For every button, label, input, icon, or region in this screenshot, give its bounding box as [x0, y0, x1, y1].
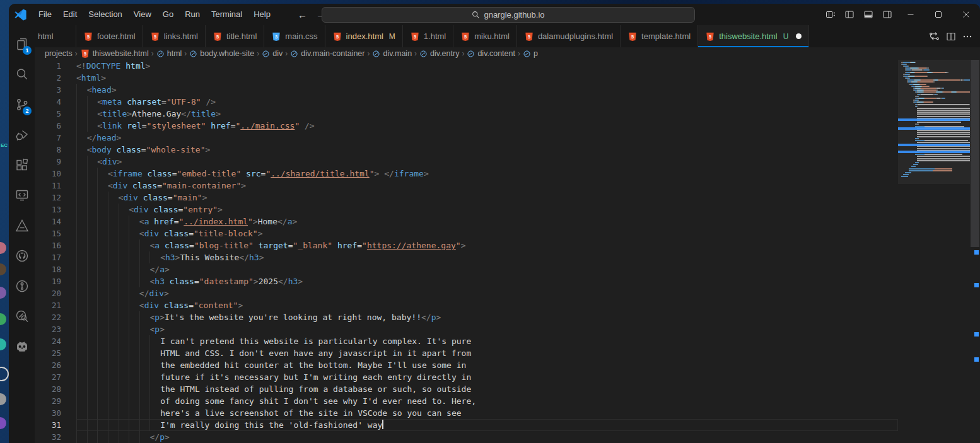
code-editor[interactable]: 1<!DOCTYPE html>2<html>3<head>4<meta cha…	[35, 60, 898, 443]
line-number[interactable]: 3	[35, 84, 61, 96]
activity-remote-explorer[interactable]	[9, 180, 35, 210]
line-number[interactable]: 19	[35, 275, 61, 287]
menu-view[interactable]: View	[128, 4, 157, 25]
breadcrumb-item-div.entry[interactable]: div.entry	[419, 49, 459, 58]
activity-gitlens-inspect[interactable]	[9, 301, 35, 331]
breadcrumb-item-div.main[interactable]: div.main	[372, 49, 412, 58]
go-back-icon[interactable]: ←	[298, 9, 307, 20]
line-number[interactable]: 11	[35, 180, 61, 192]
breadcrumb-label: div.content	[477, 49, 515, 58]
symbol-icon	[290, 50, 298, 58]
line-number[interactable]: 26	[35, 359, 61, 371]
line-number[interactable]: 17	[35, 251, 61, 263]
activity-a-logo[interactable]	[9, 210, 35, 241]
line-number[interactable]: 2	[35, 72, 61, 84]
line-number[interactable]: 18	[35, 263, 61, 275]
command-center-search[interactable]: gnargle.github.io	[322, 7, 695, 23]
gutter	[61, 395, 76, 407]
vertical-scrollbar[interactable]	[970, 60, 980, 443]
activity-gitlens[interactable]	[9, 271, 35, 301]
activity-explorer[interactable]: 1	[9, 29, 35, 59]
menu-edit[interactable]: Edit	[57, 4, 83, 25]
line-number[interactable]: 4	[35, 96, 61, 108]
line-number[interactable]: 6	[35, 120, 61, 132]
minimize-button[interactable]	[897, 4, 925, 25]
tab-dalamudplugins.html[interactable]: 5dalamudplugins.html	[517, 25, 621, 47]
tab-1.html[interactable]: 51.html	[403, 25, 453, 47]
line-number[interactable]: 22	[35, 311, 61, 323]
line-number[interactable]: 28	[35, 383, 61, 395]
activity-search[interactable]	[9, 59, 35, 89]
menu-selection[interactable]: Selection	[83, 4, 127, 25]
gutter	[61, 180, 76, 192]
indent-guide	[119, 335, 129, 347]
line-number[interactable]: 13	[35, 204, 61, 216]
split-editor-icon[interactable]	[946, 32, 956, 42]
line-number[interactable]: 23	[35, 323, 61, 335]
scrollbar-thumb[interactable]	[971, 60, 979, 247]
tab-title.html[interactable]: 5title.html	[206, 25, 264, 47]
toggle-sidebar-left-button[interactable]	[840, 4, 859, 25]
breadcrumb-item-projects[interactable]: projects	[45, 49, 73, 58]
menu-file[interactable]: File	[33, 4, 57, 25]
line-number[interactable]: 9	[35, 156, 61, 168]
tab-footer.html[interactable]: 5footer.html	[76, 25, 143, 47]
line-number[interactable]: 5	[35, 108, 61, 120]
breadcrumb-item-div.main-container[interactable]: div.main-container	[290, 49, 365, 58]
customize-layout-button[interactable]	[821, 4, 840, 25]
maximize-button[interactable]	[925, 4, 952, 25]
open-changes-icon[interactable]	[929, 31, 940, 42]
toggle-panel-button[interactable]	[859, 4, 878, 25]
menu-run[interactable]: Run	[179, 4, 206, 25]
breadcrumb-item-div[interactable]: div	[262, 49, 283, 58]
toggle-sidebar-right-button[interactable]	[878, 4, 897, 25]
tab-thiswebsite.html[interactable]: 5thiswebsite.htmlU	[698, 25, 809, 47]
breadcrumb-item-p[interactable]: p	[523, 49, 538, 58]
line-number[interactable]: 1	[35, 60, 61, 72]
token: a	[288, 217, 293, 226]
line-number[interactable]: 8	[35, 144, 61, 156]
line-number[interactable]: 21	[35, 299, 61, 311]
tab-html[interactable]: html	[35, 25, 76, 47]
breadcrumb-item-thiswebsite.html[interactable]: 5thiswebsite.html	[80, 49, 149, 59]
line-number[interactable]: 27	[35, 371, 61, 383]
breadcrumb-item-html[interactable]: html	[156, 49, 182, 58]
line-number[interactable]: 12	[35, 192, 61, 204]
breadcrumb-item-body.whole-site[interactable]: body.whole-site	[189, 49, 254, 58]
line-number[interactable]: 29	[35, 395, 61, 407]
activity-extensions[interactable]	[9, 150, 35, 180]
tab-index.html[interactable]: 5index.htmlM	[325, 25, 403, 47]
vscode-window: FileEditSelectionViewGoRunTerminalHelp ←…	[9, 4, 980, 443]
dirty-indicator-icon[interactable]	[796, 33, 802, 39]
activity-godot[interactable]	[9, 331, 35, 362]
gutter	[61, 96, 76, 108]
token: "blog-title"	[194, 241, 254, 250]
line-number[interactable]: 20	[35, 287, 61, 299]
tab-links.html[interactable]: 5links.html	[143, 25, 206, 47]
line-number[interactable]: 31	[35, 419, 61, 431]
minimap-highlight	[898, 127, 970, 130]
menu-go[interactable]: Go	[157, 4, 179, 25]
line-number[interactable]: 25	[35, 347, 61, 359]
minimap[interactable]	[898, 60, 970, 443]
tab-miku.html[interactable]: 5miku.html	[453, 25, 517, 47]
menu-terminal[interactable]: Terminal	[206, 4, 248, 25]
line-number[interactable]: 15	[35, 227, 61, 239]
activity-run-and-debug[interactable]	[9, 120, 35, 150]
indent-guide	[87, 371, 98, 383]
tab-template.html[interactable]: 5template.html	[621, 25, 698, 47]
line-number[interactable]: 10	[35, 168, 61, 180]
line-number[interactable]: 7	[35, 132, 61, 144]
line-number[interactable]: 14	[35, 216, 61, 227]
more-actions-icon[interactable]	[962, 32, 972, 42]
activity-github[interactable]	[9, 241, 35, 271]
line-number[interactable]: 32	[35, 431, 61, 443]
line-number[interactable]: 16	[35, 239, 61, 251]
close-button[interactable]	[952, 4, 980, 25]
line-number[interactable]: 24	[35, 335, 61, 347]
activity-source-control[interactable]: 2	[9, 89, 35, 120]
tab-main.css[interactable]: 3main.css	[264, 25, 325, 47]
line-number[interactable]: 30	[35, 407, 61, 419]
breadcrumb-item-div.content[interactable]: div.content	[467, 49, 515, 58]
menu-help[interactable]: Help	[248, 4, 276, 25]
